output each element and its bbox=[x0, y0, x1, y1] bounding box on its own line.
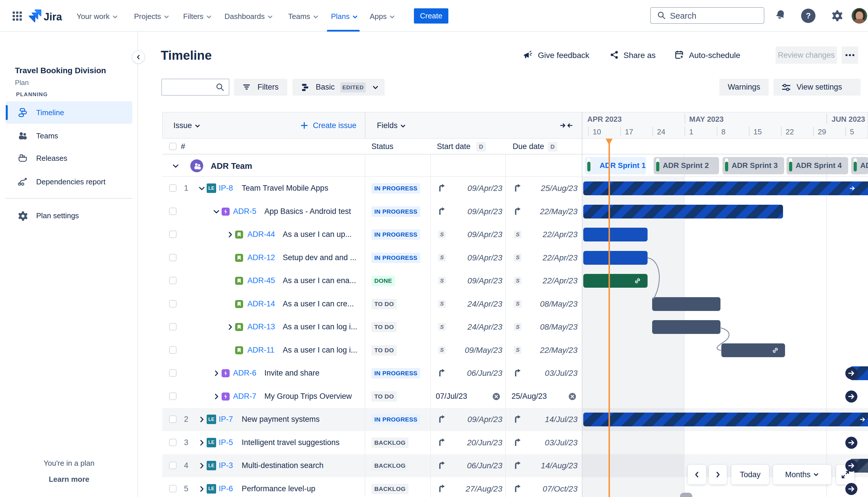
svg-text:?: ? bbox=[806, 11, 811, 20]
